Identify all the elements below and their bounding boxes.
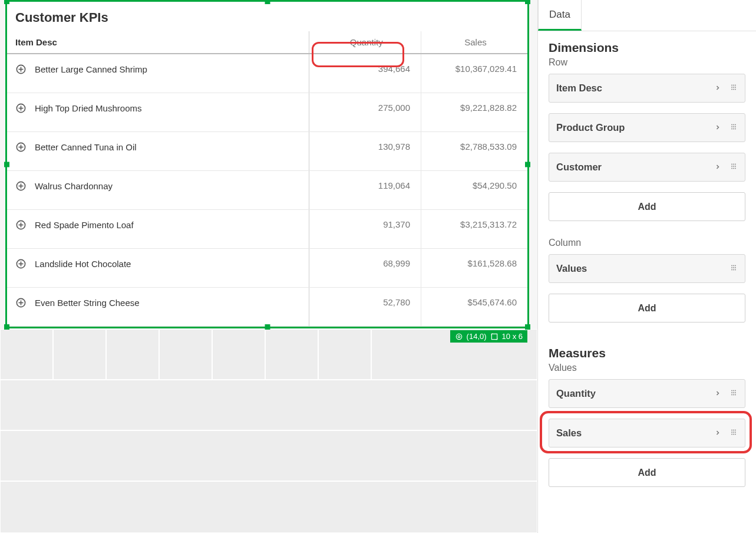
svg-point-22 xyxy=(458,335,460,338)
header-item-desc[interactable]: Item Desc xyxy=(7,31,309,54)
svg-point-33 xyxy=(731,124,732,125)
expand-icon[interactable] xyxy=(15,258,27,269)
svg-point-69 xyxy=(731,429,732,430)
svg-point-59 xyxy=(735,269,736,270)
svg-point-66 xyxy=(731,394,732,395)
resize-handle-bottom-right[interactable] xyxy=(525,324,530,330)
drag-handle-icon[interactable] xyxy=(729,83,738,94)
table-row[interactable]: High Top Dried Mushrooms275,000$9,221,82… xyxy=(7,93,527,132)
svg-point-67 xyxy=(733,394,734,395)
row-label: Row xyxy=(549,57,745,68)
resize-handle-middle-left[interactable] xyxy=(4,162,9,167)
svg-point-32 xyxy=(735,88,736,90)
expand-icon[interactable] xyxy=(15,64,27,75)
resize-handle-bottom-middle[interactable] xyxy=(265,324,270,330)
row-label: Walrus Chardonnay xyxy=(35,181,113,191)
header-quantity[interactable]: Quantity xyxy=(309,31,421,54)
add-label: Add xyxy=(638,202,656,212)
pivot-table: Item Desc Quantity Sales Better Large Ca… xyxy=(7,31,527,327)
chevron-right-icon xyxy=(714,162,722,173)
row-label: Better Large Canned Shrimp xyxy=(35,64,147,74)
svg-point-73 xyxy=(733,432,734,433)
drag-handle-icon[interactable] xyxy=(729,123,738,133)
svg-point-44 xyxy=(735,163,736,164)
drag-handle-icon[interactable] xyxy=(729,389,738,399)
pill-label: Product Group xyxy=(556,122,714,133)
row-sales: $2,788,533.09 xyxy=(421,132,527,171)
selection-size: 10 x 6 xyxy=(502,332,523,341)
dimensions-title: Dimensions xyxy=(549,41,745,55)
svg-point-39 xyxy=(731,128,732,129)
svg-point-75 xyxy=(731,433,732,435)
svg-point-30 xyxy=(731,88,732,90)
panel-tabs: Data xyxy=(538,0,756,31)
resize-handle-bottom-left[interactable] xyxy=(4,324,9,330)
table-row[interactable]: Walrus Chardonnay119,064$54,290.50 xyxy=(7,171,527,210)
expand-icon[interactable] xyxy=(15,142,27,153)
expand-icon[interactable] xyxy=(15,297,27,308)
svg-point-55 xyxy=(733,267,734,268)
svg-point-27 xyxy=(731,87,732,88)
svg-point-48 xyxy=(731,167,732,169)
table-row[interactable]: Even Better String Cheese52,780$545,674.… xyxy=(7,288,527,327)
table-row[interactable]: Red Spade Pimento Loaf91,370$3,215,313.7… xyxy=(7,210,527,249)
row-quantity: 275,000 xyxy=(309,93,421,132)
table-row[interactable]: Better Canned Tuna in Oil130,978$2,788,5… xyxy=(7,132,527,171)
svg-point-62 xyxy=(735,390,736,391)
row-sales: $54,290.50 xyxy=(421,171,527,210)
pivot-table-object[interactable]: Customer KPIs Item Desc Quantity Sales B… xyxy=(5,0,529,328)
dimension-pill-customer[interactable]: Customer xyxy=(549,153,745,182)
drag-handle-icon[interactable] xyxy=(729,428,738,439)
svg-point-34 xyxy=(733,124,734,125)
drag-handle-icon[interactable] xyxy=(729,162,738,173)
svg-rect-23 xyxy=(491,334,497,339)
svg-point-64 xyxy=(733,392,734,393)
svg-point-71 xyxy=(735,429,736,430)
target-icon xyxy=(455,333,463,341)
row-quantity: 130,978 xyxy=(309,132,421,171)
table-row[interactable]: Better Large Canned Shrimp394,664$10,367… xyxy=(7,54,527,93)
svg-point-56 xyxy=(735,267,736,268)
table-row[interactable]: Landslide Hot Chocolate68,999$161,528.68 xyxy=(7,249,527,288)
row-quantity: 119,064 xyxy=(309,171,421,210)
selection-info-badge: (14,0) 10 x 6 xyxy=(450,330,527,343)
drag-handle-icon[interactable] xyxy=(729,264,738,274)
pill-label: Item Desc xyxy=(556,83,714,94)
svg-point-58 xyxy=(733,269,734,270)
add-measure-button[interactable]: Add xyxy=(549,458,745,487)
header-sales[interactable]: Sales xyxy=(421,31,527,54)
add-column-dimension-button[interactable]: Add xyxy=(549,294,745,323)
svg-point-77 xyxy=(735,433,736,435)
expand-icon[interactable] xyxy=(15,180,27,192)
row-label: Even Better String Cheese xyxy=(35,298,140,308)
row-sales: $161,528.68 xyxy=(421,249,527,288)
column-pill-values[interactable]: Values xyxy=(549,254,745,283)
dimension-pill-product-group[interactable]: Product Group xyxy=(549,113,745,142)
resize-handle-middle-right[interactable] xyxy=(525,162,530,167)
resize-handle-top-middle[interactable] xyxy=(265,0,270,4)
canvas-grid xyxy=(0,329,537,533)
add-row-dimension-button[interactable]: Add xyxy=(549,192,745,221)
svg-point-68 xyxy=(735,394,736,395)
svg-point-29 xyxy=(735,87,736,88)
measure-pill-quantity[interactable]: Quantity xyxy=(549,379,745,408)
canvas-area: Customer KPIs Item Desc Quantity Sales B… xyxy=(0,0,537,533)
expand-icon[interactable] xyxy=(15,103,27,114)
tab-data[interactable]: Data xyxy=(538,0,582,31)
pill-label: Quantity xyxy=(556,388,714,399)
chevron-right-icon xyxy=(714,83,722,94)
expand-icon[interactable] xyxy=(15,219,27,231)
resize-handle-top-right[interactable] xyxy=(525,0,530,4)
column-label: Column xyxy=(549,238,745,248)
svg-point-51 xyxy=(731,265,732,266)
measure-pill-sales[interactable]: Sales xyxy=(549,419,745,448)
add-label: Add xyxy=(638,468,656,478)
resize-handle-top-left[interactable] xyxy=(4,0,9,4)
svg-point-49 xyxy=(733,167,734,169)
svg-point-41 xyxy=(735,128,736,129)
dimension-pill-item-desc[interactable]: Item Desc xyxy=(549,74,745,103)
svg-point-46 xyxy=(733,166,734,167)
svg-point-21 xyxy=(456,334,461,339)
tab-data-label: Data xyxy=(549,9,570,21)
row-sales: $9,221,828.82 xyxy=(421,93,527,132)
